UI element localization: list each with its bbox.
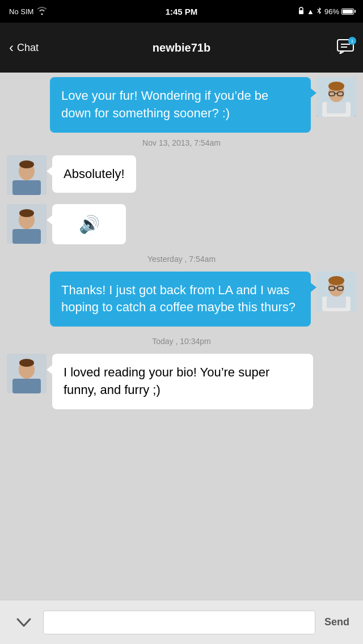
- message-row-1: Love your fur! Wondering if you’de be do…: [0, 73, 363, 133]
- input-bar: Send: [0, 600, 363, 644]
- status-left: No SIM: [9, 7, 47, 16]
- status-time: 1:45 PM: [166, 7, 198, 16]
- chat-badge: 1: [348, 37, 356, 45]
- back-chevron-icon: ‹: [9, 41, 14, 54]
- battery-icon: [341, 9, 354, 15]
- avatar-receiver-2: [7, 204, 47, 244]
- message-row-3: 🔊: [0, 200, 363, 249]
- timestamp-1: Nov 13, 2013, 7:54am: [0, 133, 363, 151]
- input-field-area: [43, 611, 315, 634]
- timestamp-2: Yesterday , 7:54am: [0, 249, 363, 267]
- status-right: ▲ 96%: [298, 7, 354, 16]
- svg-point-24: [328, 276, 344, 285]
- message-row-2: Absolutely!: [0, 151, 363, 200]
- expand-button[interactable]: [11, 610, 36, 635]
- bluetooth-icon: [316, 7, 322, 16]
- back-label: Chat: [17, 42, 39, 54]
- wifi-icon: [37, 7, 47, 16]
- lock-icon: [298, 7, 305, 16]
- svg-point-15: [19, 160, 34, 168]
- status-bar: No SIM 1:45 PM ▲ 96%: [0, 0, 363, 23]
- chat-icon-button[interactable]: 1: [337, 39, 354, 56]
- nav-title: newbie71b: [153, 41, 210, 54]
- avatar-receiver-3: [7, 354, 47, 393]
- bubble-outgoing-4: Thanks! I just got back from LA and I wa…: [50, 272, 311, 327]
- svg-rect-0: [299, 10, 303, 14]
- carrier-text: No SIM: [9, 7, 33, 16]
- svg-rect-18: [12, 229, 41, 244]
- avatar-sender-1: [316, 77, 356, 117]
- chat-area: Love your fur! Wondering if you’de be do…: [0, 73, 363, 459]
- bubble-outgoing-1: Love your fur! Wondering if you’de be do…: [50, 77, 311, 133]
- svg-point-19: [19, 209, 34, 217]
- avatar-sender-2: [316, 272, 356, 311]
- message-input[interactable]: [43, 611, 315, 634]
- svg-rect-23: [327, 296, 346, 308]
- message-row-4: Thanks! I just got back from LA and I wa…: [0, 267, 363, 332]
- svg-point-31: [19, 359, 34, 367]
- send-button[interactable]: Send: [322, 616, 352, 628]
- battery-percentage: 96%: [324, 7, 339, 16]
- bubble-incoming-audio[interactable]: 🔊: [52, 204, 126, 244]
- svg-rect-7: [327, 102, 346, 113]
- timestamp-3: Today , 10:34pm: [0, 331, 363, 349]
- bubble-incoming-5: I loved reading your bio! You’re super f…: [52, 354, 313, 409]
- bubble-incoming-2: Absolutely!: [52, 155, 136, 193]
- nav-bar: ‹ Chat newbie71b 1: [0, 23, 363, 73]
- svg-rect-14: [12, 180, 41, 195]
- location-icon: ▲: [307, 7, 314, 16]
- audio-speaker-icon: 🔊: [79, 214, 100, 234]
- svg-rect-30: [12, 379, 41, 393]
- svg-point-8: [328, 82, 344, 91]
- message-row-5: I loved reading your bio! You’re super f…: [0, 349, 363, 414]
- back-button[interactable]: ‹ Chat: [9, 41, 39, 54]
- avatar-receiver-1: [7, 155, 47, 195]
